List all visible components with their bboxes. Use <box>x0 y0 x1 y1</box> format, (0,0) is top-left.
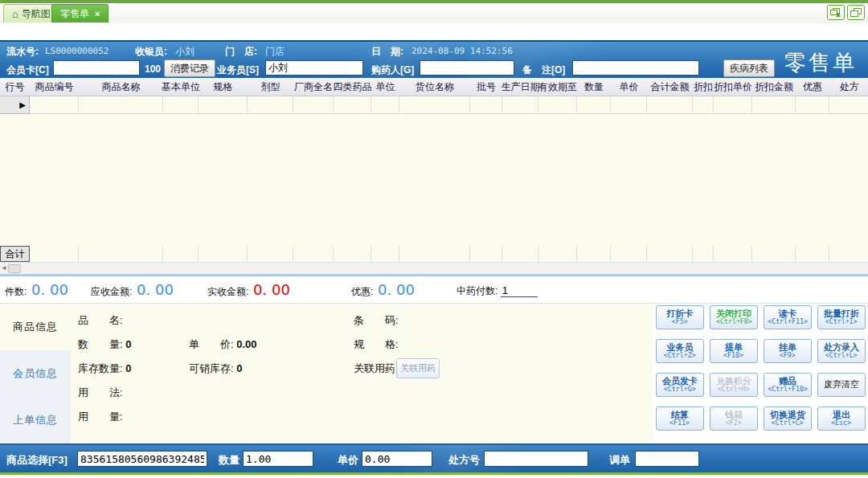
tab-member-info[interactable]: 会员信息 <box>0 350 71 397</box>
column-header-11[interactable]: 生产日期 <box>502 78 538 96</box>
scroll-left-icon[interactable]: ◄ <box>1 264 7 272</box>
grid-cell[interactable] <box>693 96 714 114</box>
discard-clear-button[interactable]: 废弃清空 <box>817 373 866 397</box>
grid-cell[interactable] <box>752 96 796 114</box>
grid-cell[interactable] <box>538 96 577 114</box>
batch-discount-button[interactable]: 批量打折<Ctrl+I> <box>817 305 866 329</box>
column-header-5[interactable]: 剂型 <box>248 78 293 96</box>
horizontal-scrollbar[interactable]: ◄ <box>0 262 868 274</box>
prescription-entry-button[interactable]: 处方录入<Ctrl+L> <box>817 339 866 363</box>
toggle-return-button[interactable]: 切换退货<Ctrl+C> <box>764 407 812 431</box>
note-label: 备 注[O] <box>522 63 565 77</box>
column-header-12[interactable]: 有效期至 <box>538 78 577 96</box>
column-header-9[interactable]: 货位名称 <box>399 78 470 96</box>
close-print-button[interactable]: 关闭打印<Ctrl+F8> <box>710 305 758 329</box>
column-header-16[interactable]: 折扣 <box>693 78 714 96</box>
transfer-order-input[interactable] <box>635 451 699 467</box>
column-header-17[interactable]: 折扣单价 <box>714 78 752 96</box>
column-header-19[interactable]: 优惠 <box>796 78 829 96</box>
action-shortcut: <F10> <box>724 352 744 359</box>
action-shortcut: <Ctrl+G> <box>664 386 696 393</box>
action-label: 业务员 <box>667 343 694 353</box>
total-cell-empty <box>30 246 79 262</box>
summary-item: 优惠: 0. 00 <box>351 281 415 299</box>
tcm-doses-input[interactable]: 1 <box>501 284 538 297</box>
salesman-button[interactable]: 业务员<Ctrl+Z> <box>656 339 704 363</box>
tab-product-info[interactable]: 商品信息 <box>0 304 71 350</box>
column-header-15[interactable]: 合计金额 <box>647 78 693 96</box>
grid-cell[interactable] <box>577 96 611 114</box>
tab-last-order-info[interactable]: 上单信息 <box>0 397 71 443</box>
restore-windows-button[interactable] <box>847 5 865 20</box>
column-header-1[interactable]: 商品编号 <box>30 78 79 96</box>
column-header-7[interactable]: 四类药品 <box>334 78 371 96</box>
close-icon[interactable]: × <box>95 9 100 18</box>
salesman-input[interactable] <box>265 60 363 76</box>
tab-retail-order[interactable]: 零售单 × <box>51 4 108 22</box>
member-card-input[interactable] <box>53 60 140 76</box>
grid-cell[interactable] <box>399 96 470 114</box>
grid-cell[interactable] <box>829 96 868 114</box>
retail-pos-window: ⌂ 导航图 零售单 × 流水号: <box>0 0 868 478</box>
rx-number-input[interactable] <box>484 451 588 467</box>
column-header-18[interactable]: 折扣金额 <box>752 78 796 96</box>
grid-cell[interactable] <box>334 96 371 114</box>
grid-cell[interactable] <box>611 96 647 114</box>
total-cell-empty <box>829 246 868 262</box>
member-card-issue-button[interactable]: 会员发卡<Ctrl+G> <box>656 373 704 397</box>
product-select-input[interactable] <box>77 451 207 467</box>
hold-order-button[interactable]: 挂单<F9> <box>764 339 812 363</box>
product-name-label: 品 名: <box>78 314 123 326</box>
column-header-10[interactable]: 批号 <box>470 78 502 96</box>
grid-cell[interactable] <box>371 96 399 114</box>
action-label: 废弃清空 <box>824 380 859 390</box>
column-header-13[interactable]: 数量 <box>577 78 611 96</box>
entry-qty-input[interactable] <box>243 451 313 467</box>
entry-price-input[interactable] <box>362 451 432 467</box>
total-cell-empty <box>693 246 714 262</box>
column-header-20[interactable]: 处方 <box>829 78 868 96</box>
column-header-14[interactable]: 单价 <box>611 78 647 96</box>
grid-cell[interactable] <box>502 96 538 114</box>
close-all-windows-icon <box>830 8 841 18</box>
items-grid-empty-row[interactable]: ▶ <box>0 96 868 114</box>
detail-tabs: 商品信息 会员信息 上单信息 <box>0 304 71 444</box>
serial-label: 流水号: <box>6 45 39 59</box>
grid-cell[interactable] <box>293 96 334 114</box>
settle-button[interactable]: 结算<F11> <box>656 407 704 431</box>
action-label: 会员发卡 <box>662 377 698 386</box>
consume-record-button[interactable]: 消费记录 <box>164 59 215 77</box>
column-header-8[interactable]: 单位 <box>371 78 399 96</box>
buyer-input[interactable] <box>420 60 514 76</box>
summary-item: 应收金额: 0. 00 <box>91 281 174 299</box>
exit-button[interactable]: 退出<Esc> <box>817 407 866 431</box>
action-shortcut: <F2> <box>726 419 742 427</box>
column-header-2[interactable]: 商品名称 <box>79 78 163 96</box>
pickup-order-button[interactable]: 提单<F10> <box>710 339 758 363</box>
product-info-fields: 品 名: 条 码: 数 量: 0 单 价: 0.00 规 格: 库存数量: 0 … <box>71 304 651 444</box>
grid-cell[interactable] <box>163 96 199 114</box>
gift-button[interactable]: 赠品<Ctrl+F10> <box>764 373 812 397</box>
disease-list-button[interactable]: 疾病列表 <box>723 59 775 77</box>
column-header-0[interactable]: 行号 <box>0 78 30 96</box>
scrollbar-thumb[interactable] <box>8 264 21 273</box>
close-all-windows-button[interactable] <box>827 5 845 20</box>
column-header-3[interactable]: 基本单位 <box>163 78 199 96</box>
grid-cell[interactable] <box>470 96 502 114</box>
grid-cell[interactable] <box>199 96 248 114</box>
grid-cell[interactable] <box>647 96 693 114</box>
grid-cell[interactable] <box>79 96 163 114</box>
grid-cell[interactable] <box>248 96 293 114</box>
column-header-6[interactable]: 厂商全名 <box>293 78 334 96</box>
summary-label: 件数: <box>5 286 27 297</box>
read-card-button[interactable]: 读卡<Ctrl+F11> <box>764 305 812 329</box>
discount-card-button[interactable]: 打折卡<F5> <box>656 305 704 329</box>
note-input[interactable] <box>572 60 699 76</box>
related-medication-button[interactable]: 关联用药 <box>396 358 440 378</box>
grid-cell[interactable] <box>30 96 79 114</box>
tab-label: 零售单 <box>60 7 89 21</box>
column-header-4[interactable]: 规格 <box>199 78 248 96</box>
grid-cell[interactable] <box>714 96 752 114</box>
grid-cell[interactable] <box>796 96 829 114</box>
summary-value: 0. 00 <box>373 281 415 298</box>
